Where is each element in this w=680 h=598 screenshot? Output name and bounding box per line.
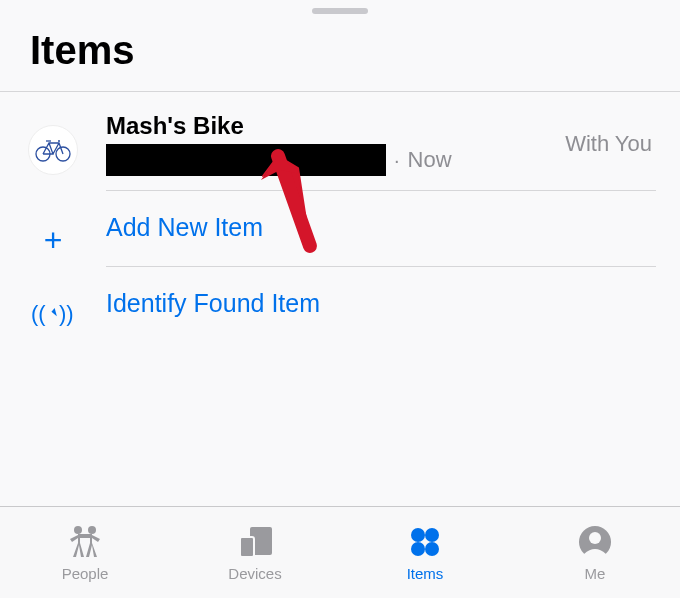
tab-devices-label: Devices <box>228 565 281 582</box>
people-icon <box>64 523 106 561</box>
identify-found-item-label: Identify Found Item <box>106 289 656 318</box>
me-icon <box>578 523 612 561</box>
svg-point-11 <box>425 528 439 542</box>
page-title: Items <box>0 14 680 91</box>
svg-text:((: (( <box>31 301 46 326</box>
bicycle-icon <box>28 125 78 175</box>
plus-icon: + <box>44 224 63 256</box>
svg-point-10 <box>411 528 425 542</box>
tab-bar: People Devices Items <box>0 506 680 598</box>
svg-point-6 <box>74 526 82 534</box>
devices-icon <box>236 523 274 561</box>
svg-rect-9 <box>240 537 254 557</box>
tab-items-label: Items <box>407 565 444 582</box>
items-icon <box>408 523 442 561</box>
status-with-you: With You <box>565 131 652 157</box>
status-time: Now <box>408 147 452 173</box>
tab-people[interactable]: People <box>0 507 170 598</box>
status-separator: · <box>394 149 400 172</box>
tab-me-label: Me <box>585 565 606 582</box>
add-new-item-label: Add New Item <box>106 213 656 242</box>
identify-found-item-button[interactable]: (( )) Identify Found Item <box>0 267 680 342</box>
tab-items[interactable]: Items <box>340 507 510 598</box>
svg-point-7 <box>88 526 96 534</box>
svg-point-15 <box>589 532 601 544</box>
tab-me[interactable]: Me <box>510 507 680 598</box>
svg-text:)): )) <box>59 301 74 326</box>
redacted-location <box>106 144 386 176</box>
svg-point-13 <box>425 542 439 556</box>
item-name: Mash's Bike <box>106 112 565 140</box>
identify-icon: (( )) <box>31 299 75 333</box>
add-new-item-button[interactable]: + Add New Item <box>0 191 680 267</box>
tab-devices[interactable]: Devices <box>170 507 340 598</box>
items-list: Mash's Bike · Now With You + Add New Ite… <box>0 91 680 342</box>
tab-people-label: People <box>62 565 109 582</box>
svg-point-12 <box>411 542 425 556</box>
tracked-item-row[interactable]: Mash's Bike · Now With You <box>0 92 680 191</box>
